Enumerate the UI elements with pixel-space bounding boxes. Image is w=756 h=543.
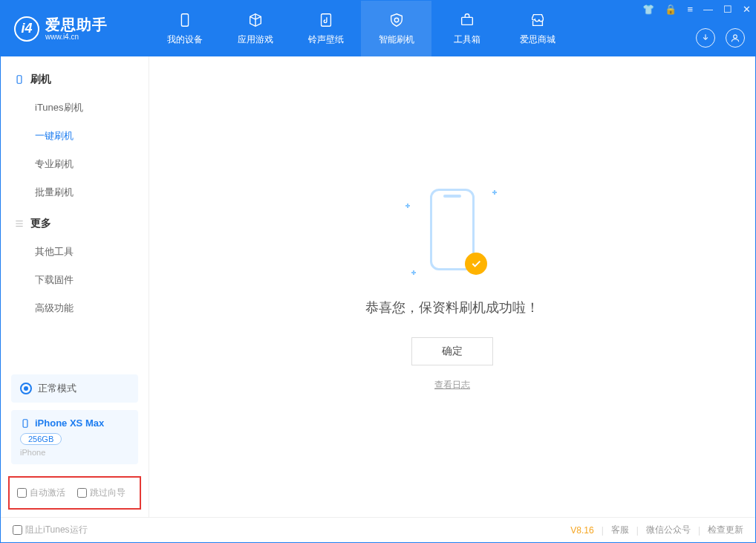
tab-label: 我的设备 bbox=[167, 33, 203, 46]
app-body: 刷机 iTunes刷机 一键刷机 专业刷机 批量刷机 更多 其他工具 下载固件 … bbox=[1, 56, 755, 517]
sidebar-item-oneclick-flash[interactable]: 一键刷机 bbox=[1, 122, 149, 150]
svg-rect-2 bbox=[461, 17, 472, 25]
svg-rect-5 bbox=[23, 419, 27, 427]
sidebar: 刷机 iTunes刷机 一键刷机 专业刷机 批量刷机 更多 其他工具 下载固件 … bbox=[1, 56, 149, 517]
tab-my-device[interactable]: 我的设备 bbox=[149, 1, 220, 56]
user-button[interactable] bbox=[726, 28, 745, 48]
menu-icon[interactable]: ≡ bbox=[687, 4, 693, 15]
tab-label: 爱思商城 bbox=[520, 33, 555, 46]
auto-activate-checkbox[interactable]: 自动激活 bbox=[17, 487, 65, 499]
device-name: iPhone XS Max bbox=[35, 417, 104, 429]
window-controls-top: 👕 🔒 ≡ — ☐ ✕ bbox=[642, 4, 751, 15]
statusbar: 阻止iTunes运行 V8.16 | 客服 | 微信公众号 | 检查更新 bbox=[1, 517, 755, 542]
toolbox-icon bbox=[458, 11, 476, 29]
window-controls-bottom bbox=[696, 28, 745, 48]
shirt-icon[interactable]: 👕 bbox=[642, 4, 654, 15]
tab-label: 应用游戏 bbox=[238, 33, 273, 46]
device-capacity: 256GB bbox=[20, 433, 62, 445]
wechat-link[interactable]: 微信公众号 bbox=[646, 524, 691, 536]
ok-button[interactable]: 确定 bbox=[411, 337, 493, 365]
tab-store[interactable]: 爱思商城 bbox=[502, 1, 573, 56]
list-icon bbox=[14, 218, 25, 229]
support-link[interactable]: 客服 bbox=[611, 524, 629, 536]
svg-point-3 bbox=[734, 35, 737, 39]
tab-label: 工具箱 bbox=[454, 33, 480, 46]
tab-toolbox[interactable]: 工具箱 bbox=[431, 1, 502, 56]
sidebar-group-title: 更多 bbox=[30, 217, 51, 230]
mode-dot-icon bbox=[20, 383, 32, 394]
app-window: i4 爱思助手 www.i4.cn 我的设备 应用游戏 铃声壁纸 智能刷机 bbox=[0, 0, 756, 543]
auto-activate-label: 自动激活 bbox=[30, 487, 65, 499]
header-tabs: 我的设备 应用游戏 铃声壁纸 智能刷机 工具箱 爱思商城 bbox=[149, 1, 573, 56]
phone-icon bbox=[176, 11, 194, 29]
svg-rect-4 bbox=[17, 76, 22, 84]
view-log-link[interactable]: 查看日志 bbox=[434, 379, 470, 391]
sparkle-icon bbox=[405, 204, 410, 208]
brand: i4 爱思助手 www.i4.cn bbox=[1, 1, 149, 56]
block-itunes-label: 阻止iTunes运行 bbox=[25, 524, 88, 536]
store-icon bbox=[529, 11, 547, 29]
device-type: iPhone bbox=[20, 448, 129, 457]
sparkle-icon bbox=[492, 190, 497, 195]
block-itunes-checkbox[interactable]: 阻止iTunes运行 bbox=[13, 524, 88, 536]
version-label: V8.16 bbox=[570, 525, 593, 536]
brand-name: 爱思助手 bbox=[45, 16, 108, 33]
sidebar-group-flash: 刷机 bbox=[1, 62, 149, 94]
tab-apps-games[interactable]: 应用游戏 bbox=[220, 1, 290, 56]
titlebar: i4 爱思助手 www.i4.cn 我的设备 应用游戏 铃声壁纸 智能刷机 bbox=[1, 1, 755, 56]
sidebar-group-title: 刷机 bbox=[30, 73, 51, 86]
tab-ringtones-wallpapers[interactable]: 铃声壁纸 bbox=[290, 1, 361, 56]
sidebar-item-other-tools[interactable]: 其他工具 bbox=[1, 238, 149, 266]
tab-label: 铃声壁纸 bbox=[308, 33, 344, 46]
sidebar-item-batch-flash[interactable]: 批量刷机 bbox=[1, 178, 149, 207]
sidebar-item-advanced[interactable]: 高级功能 bbox=[1, 294, 149, 322]
main-content: 恭喜您，保资料刷机成功啦！ 确定 查看日志 bbox=[149, 56, 755, 517]
sidebar-item-pro-flash[interactable]: 专业刷机 bbox=[1, 150, 149, 178]
tab-smart-flash[interactable]: 智能刷机 bbox=[361, 1, 431, 56]
brand-url: www.i4.cn bbox=[45, 33, 108, 41]
success-message: 恭喜您，保资料刷机成功啦！ bbox=[365, 299, 539, 316]
close-button[interactable]: ✕ bbox=[743, 4, 751, 15]
skip-guide-checkbox[interactable]: 跳过向导 bbox=[77, 487, 126, 499]
checkmark-badge-icon bbox=[465, 253, 487, 275]
music-file-icon bbox=[317, 11, 335, 29]
device-card[interactable]: iPhone XS Max 256GB iPhone bbox=[11, 410, 138, 464]
sidebar-group-more: 更多 bbox=[1, 207, 149, 238]
shield-refresh-icon bbox=[388, 11, 405, 29]
sidebar-item-itunes-flash[interactable]: iTunes刷机 bbox=[1, 94, 149, 122]
check-update-link[interactable]: 检查更新 bbox=[708, 524, 743, 536]
sparkle-icon bbox=[411, 270, 416, 275]
brand-logo-icon: i4 bbox=[14, 16, 39, 42]
lock-icon[interactable]: 🔒 bbox=[665, 4, 677, 15]
mode-label: 正常模式 bbox=[38, 382, 76, 395]
svg-rect-0 bbox=[181, 14, 188, 27]
download-button[interactable] bbox=[696, 28, 715, 48]
mode-card[interactable]: 正常模式 bbox=[11, 374, 138, 403]
device-phone-icon bbox=[20, 418, 30, 429]
tab-label: 智能刷机 bbox=[379, 33, 414, 46]
minimize-button[interactable]: — bbox=[703, 4, 713, 15]
skip-guide-label: 跳过向导 bbox=[90, 487, 126, 499]
phone-outline-icon bbox=[14, 74, 25, 85]
maximize-button[interactable]: ☐ bbox=[723, 4, 732, 15]
cube-icon bbox=[247, 11, 264, 29]
bottom-options-highlight: 自动激活 跳过向导 bbox=[8, 476, 141, 510]
svg-rect-1 bbox=[321, 14, 330, 27]
sidebar-item-download-firmware[interactable]: 下载固件 bbox=[1, 266, 149, 294]
success-illustration bbox=[419, 183, 486, 279]
